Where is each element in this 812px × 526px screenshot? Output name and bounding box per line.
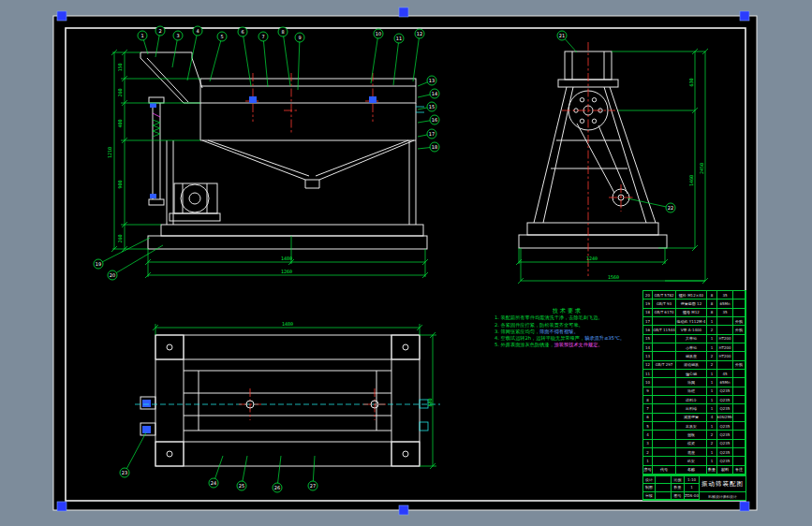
bom-cell: 4 <box>643 431 653 439</box>
callout-number: 6 <box>241 29 244 35</box>
bom-cell: 8 <box>643 396 653 404</box>
bom-cell: 18 <box>643 309 653 317</box>
bom-cell: 1 <box>707 448 717 457</box>
bom-cell: 进料斗 <box>676 396 707 404</box>
title-block-fields: 设计 比例 1:10 制图 数量 1 审核 图号 ZDS-00 <box>643 476 700 500</box>
bom-cell: 13 <box>643 352 653 360</box>
dim-label: 1480 <box>282 321 293 327</box>
feed-mount-bottom <box>142 426 151 433</box>
note-line: 1. 装配前所有零件均需清洗干净，去除毛刺飞边。 <box>495 314 641 321</box>
bom-cell <box>653 422 676 431</box>
bom-cell <box>733 396 746 404</box>
bom-cell: 底座 <box>676 448 707 457</box>
bom-cell: 65Mn <box>717 378 733 387</box>
callout-number: 23 <box>122 470 127 475</box>
tech-notes-title: 技术要求 <box>495 307 641 314</box>
bom-cell: 15 <box>643 335 653 343</box>
callout-number: 4 <box>196 28 199 34</box>
bom-cell: GB/T 5782 <box>653 291 676 300</box>
bom-cell: HT200 <box>717 343 733 352</box>
bom-cell: 序号 <box>643 466 653 475</box>
titleblock-cell: 设计 <box>643 476 656 484</box>
selection-grip-bottom-left[interactable] <box>57 502 66 511</box>
callout-number: 2 <box>158 28 161 34</box>
callout-number: 3 <box>176 33 179 38</box>
dim-label: 400 <box>117 119 123 127</box>
bom-cell: 筛框 <box>676 387 707 396</box>
selection-grip-top-left[interactable] <box>57 11 66 21</box>
selection-grip-top-right[interactable] <box>740 11 749 21</box>
bom-cell <box>653 370 676 378</box>
bom-cell: 2 <box>707 326 717 334</box>
bom-cell <box>733 309 746 317</box>
dim-label: 260 <box>117 234 123 242</box>
dim-label: 150 <box>117 63 123 71</box>
bom-cell <box>717 317 733 326</box>
bom-cell <box>733 291 746 300</box>
bom-cell: 名称 <box>676 466 707 475</box>
bom-cell: 19 <box>643 300 653 308</box>
bom-cell: 11 <box>643 370 653 378</box>
callout-number: 1 <box>140 33 143 38</box>
titleblock-cell <box>656 492 672 500</box>
callout-number: 13 <box>429 78 435 83</box>
bom-cell: 备注 <box>733 466 746 475</box>
bom-cell: 6 <box>643 414 653 422</box>
titleblock-cell: 数量 <box>672 484 685 491</box>
drawing-subtitle: 机械设计课程设计 <box>700 492 746 500</box>
bom-cell: 10 <box>643 378 653 387</box>
callout-number: 22 <box>668 205 673 211</box>
bom-cell: 1 <box>707 378 717 387</box>
bom-cell <box>733 343 746 352</box>
mount-block-top <box>150 103 156 108</box>
callout-number: 18 <box>432 144 437 150</box>
bom-cell <box>733 370 746 378</box>
callout-number: 19 <box>96 261 101 267</box>
bom-cell <box>733 440 746 448</box>
bom-cell: 滚动轴承 <box>676 361 707 370</box>
bom-cell: Q235 <box>717 448 733 457</box>
callout-number: 24 <box>211 480 216 486</box>
bom-cell: 1 <box>707 317 717 326</box>
selection-grip-bottom-right[interactable] <box>740 502 749 511</box>
bom-cell: 弹簧垫圈 12 <box>676 300 707 308</box>
callout-number: 11 <box>396 36 402 41</box>
callout-number: 27 <box>310 483 316 489</box>
bom-cell: 60Si2Mn <box>717 414 733 422</box>
titleblock-cell: 审核 <box>643 492 656 500</box>
selection-grip-top-middle[interactable] <box>399 7 408 17</box>
bom-cell: HT200 <box>717 335 733 343</box>
bom-cell <box>653 440 676 448</box>
callout-number: 14 <box>432 91 437 96</box>
callout-number: 16 <box>432 117 437 123</box>
bom-cell: 65Mn <box>717 300 733 308</box>
callout-number: 26 <box>274 485 280 490</box>
bom-cell <box>733 431 746 439</box>
bom-cell <box>653 457 676 465</box>
callout-number: 10 <box>376 31 381 37</box>
note-line: 2. 各紧固件应拧紧，防松装置齐全可靠。 <box>495 322 641 329</box>
selection-grip-bottom-middle[interactable] <box>399 505 408 515</box>
bom-cell: Q235 <box>717 404 733 413</box>
bom-cell: 9 <box>643 387 653 396</box>
bom-cell: 2 <box>707 431 717 439</box>
titleblock-cell: 制图 <box>643 484 656 491</box>
bom-cell <box>653 317 676 326</box>
bom-cell: 外购 <box>733 317 746 326</box>
bom-cell: 1 <box>643 457 653 465</box>
bom-cell: 大带轮 <box>676 335 707 343</box>
note-line: 4. 空载试运转2h，运转平稳无异常噪声，轴承温升≤35℃。 <box>495 335 641 342</box>
bom-cell: GB/T 6170 <box>653 309 676 317</box>
bom-cell: Q235 <box>717 457 733 465</box>
bom-cell: Q235 <box>717 431 733 439</box>
bom-cell: 螺母 M12 <box>676 309 707 317</box>
bom-cell <box>733 387 746 396</box>
bom-cell <box>733 404 746 413</box>
bom-cell: 8 <box>707 291 717 300</box>
callout-number: 15 <box>429 104 435 110</box>
bom-cell: 8 <box>707 309 717 317</box>
bom-cell: 代号 <box>653 466 676 475</box>
bom-cell: 5 <box>643 422 653 431</box>
bom-cell: 1 <box>707 404 717 413</box>
bom-cell <box>653 343 676 352</box>
